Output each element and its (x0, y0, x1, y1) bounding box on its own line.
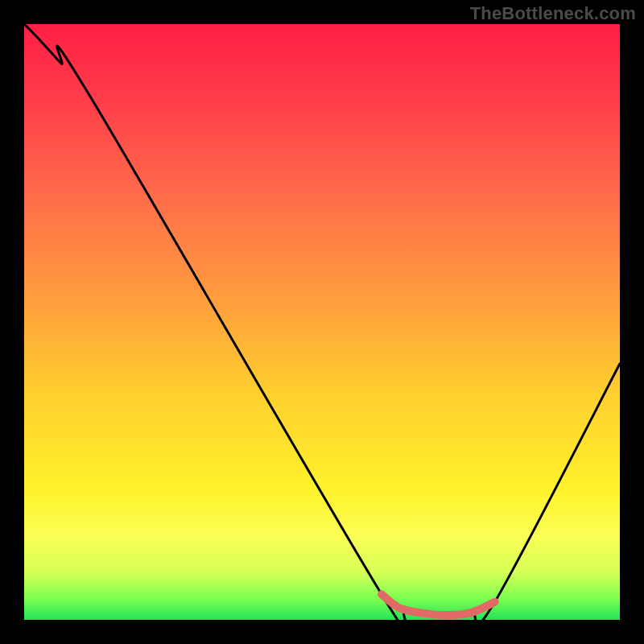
gradient-background (24, 24, 620, 620)
watermark-text: TheBottleneck.com (470, 3, 636, 24)
plot-svg (24, 24, 620, 620)
plot-area (24, 24, 620, 620)
chart-frame: TheBottleneck.com (0, 0, 644, 644)
